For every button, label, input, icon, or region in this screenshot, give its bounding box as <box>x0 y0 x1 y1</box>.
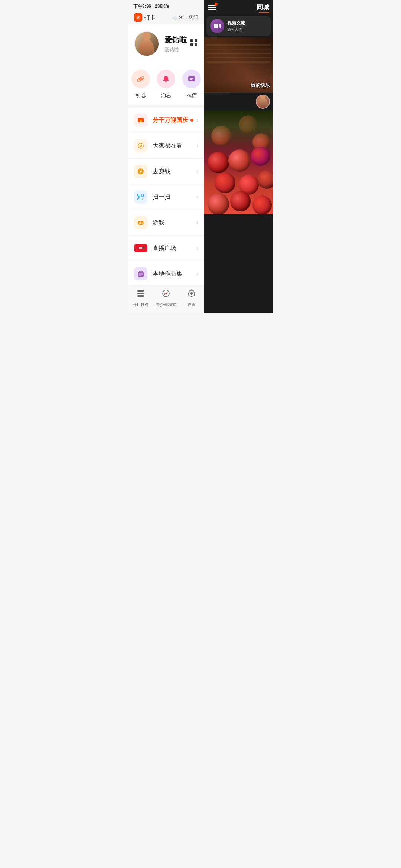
guoqing-arrow: › <box>196 117 198 124</box>
hamburger-menu[interactable] <box>208 4 216 12</box>
menu-item-game[interactable]: 游戏 › <box>128 210 204 236</box>
top-bar: 打卡 ☁️ 9°，庆阳 <box>128 11 204 24</box>
video-chat-count: 99+ 人连 <box>227 27 245 32</box>
guoqing-dot <box>190 119 193 122</box>
svg-rect-3 <box>190 43 193 46</box>
svg-rect-41 <box>137 295 144 297</box>
live-label: 直播广场 <box>153 244 176 252</box>
hamburger-dot <box>215 3 218 6</box>
action-sixin[interactable]: 私信 <box>179 70 204 99</box>
live-arrow: › <box>196 245 198 251</box>
video-chat-icon <box>210 19 224 33</box>
video-strip <box>204 92 273 110</box>
svg-point-0 <box>136 15 140 20</box>
bottom-youth[interactable]: 青少年模式 <box>153 289 179 308</box>
weather-text: 9°，庆阳 <box>179 14 198 21</box>
svg-point-27 <box>139 223 140 224</box>
svg-rect-39 <box>137 290 144 292</box>
settings-label: 设置 <box>188 302 196 308</box>
svg-rect-23 <box>142 198 143 199</box>
status-time: 下午3:36 | 238K/s <box>133 3 169 10</box>
live-icon: LIVE <box>134 241 147 255</box>
svg-rect-1 <box>190 39 193 42</box>
svg-rect-2 <box>195 39 197 42</box>
sixin-label: 私信 <box>186 92 197 99</box>
menu-item-earn[interactable]: ¥ 去赚钱 › <box>128 159 204 184</box>
video-chat-card[interactable]: 视频交流 99+ 人连 <box>206 16 271 36</box>
action-xiaox[interactable]: 消息 <box>153 70 179 99</box>
action-dongtai[interactable]: 动态 <box>128 70 153 99</box>
game-arrow: › <box>196 219 198 226</box>
video-chat-info: 视频交流 99+ 人连 <box>227 20 245 32</box>
earn-icon: ¥ <box>134 165 147 178</box>
video-chat-label: 视频交流 <box>227 20 245 26</box>
guoqing-icon <box>134 114 147 127</box>
svg-point-13 <box>140 145 141 146</box>
bottom-bar: 开启挂件 青少年模式 <box>128 285 204 313</box>
video-thumbnail-1[interactable]: 我的快乐 <box>204 37 273 92</box>
bottom-widget[interactable]: 开启挂件 <box>128 289 153 308</box>
menu-item-local[interactable]: 本地作品集 › <box>128 261 204 287</box>
svg-rect-40 <box>137 293 144 294</box>
weather: ☁️ 9°，庆阳 <box>172 14 198 21</box>
menu-item-live[interactable]: LIVE 直播广场 › <box>128 236 204 261</box>
guoqing-label: 分千万迎国庆 <box>153 116 188 124</box>
checkin-label: 打卡 <box>144 14 156 21</box>
settings-icon <box>187 289 196 300</box>
earn-label: 去赚钱 <box>153 168 170 175</box>
dajia-icon <box>134 139 147 152</box>
avatar[interactable] <box>134 31 159 56</box>
video1-overlay-text: 我的快乐 <box>251 82 270 89</box>
dajia-label: 大家都在看 <box>153 142 182 150</box>
svg-rect-24 <box>143 198 144 199</box>
svg-point-7 <box>165 81 167 83</box>
menu-item-dajia[interactable]: 大家都在看 › <box>128 133 204 159</box>
bottom-settings[interactable]: 设置 <box>179 289 204 308</box>
scan-icon <box>134 190 147 204</box>
svg-point-44 <box>190 292 193 295</box>
checkin-icon <box>134 13 142 22</box>
weather-icon: ☁️ <box>172 15 177 20</box>
avatar-small <box>256 95 270 109</box>
svg-point-5 <box>139 77 143 81</box>
svg-text:¥: ¥ <box>140 169 142 174</box>
right-title: 同城 <box>257 3 269 11</box>
local-arrow: › <box>196 270 198 277</box>
dajia-arrow: › <box>196 142 198 149</box>
svg-point-29 <box>142 223 143 224</box>
svg-rect-4 <box>195 43 197 46</box>
dongtai-icon <box>131 70 150 88</box>
local-icon <box>134 267 147 280</box>
game-label: 游戏 <box>153 219 164 227</box>
right-panel: 同城 视频交流 99+ 人连 <box>204 0 273 313</box>
dongtai-label: 动态 <box>136 92 146 99</box>
widget-label: 开启挂件 <box>133 302 149 308</box>
check-in[interactable]: 打卡 <box>134 13 156 22</box>
svg-rect-48 <box>214 24 218 28</box>
scan-label: 扫一扫 <box>153 193 170 201</box>
svg-point-28 <box>140 222 141 223</box>
scan-arrow: › <box>196 194 198 200</box>
image-thumbnail[interactable] <box>204 110 273 214</box>
menu-list: 分千万迎国庆 › 大家都在看 <box>128 108 204 312</box>
svg-rect-8 <box>188 76 195 81</box>
bell-icon <box>157 70 175 88</box>
grid-icon[interactable] <box>189 38 198 49</box>
earn-arrow: › <box>196 168 198 175</box>
profile-id: 爱钻啦 <box>164 46 187 53</box>
profile-section: 爱钻啦 爱钻啦 <box>128 24 204 62</box>
msg-icon <box>182 70 201 88</box>
svg-rect-25 <box>142 199 143 200</box>
svg-point-10 <box>140 120 142 122</box>
right-title-area: 同城 <box>257 3 269 13</box>
youth-label: 青少年模式 <box>156 302 176 308</box>
menu-item-guoqing[interactable]: 分千万迎国庆 › <box>128 108 204 133</box>
menu-item-scan[interactable]: 扫一扫 › <box>128 184 204 210</box>
widget-icon <box>136 289 145 300</box>
svg-rect-20 <box>138 195 139 195</box>
status-bar: 下午3:36 | 238K/s <box>128 0 204 11</box>
title-underline <box>259 12 269 13</box>
svg-point-43 <box>165 293 167 295</box>
local-label: 本地作品集 <box>153 270 182 278</box>
xiaox-label: 消息 <box>161 92 171 99</box>
